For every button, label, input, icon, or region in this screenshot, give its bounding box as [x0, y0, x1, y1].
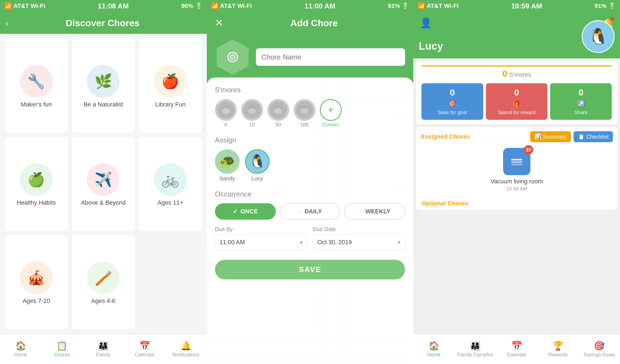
nav-family-campfire[interactable]: 👨‍👩‍👧 Family Campfire — [455, 341, 496, 358]
checklist-tab-button[interactable]: 📋 Checklist — [574, 131, 613, 142]
smores-custom-button[interactable]: + Custom — [320, 99, 342, 128]
chore-icon-healthy: 🍏 — [20, 163, 53, 196]
chore-label-ages4-6: Ages 4-6 — [91, 297, 115, 305]
assigned-chores-title: Assigned Chores — [420, 133, 527, 140]
smores-option-50[interactable]: 50 — [267, 99, 289, 128]
chore-item-time: 10:58 AM — [506, 186, 527, 192]
occurrence-once-button[interactable]: ✓ ONCE — [215, 203, 276, 220]
weekly-check-icon: ○ — [359, 208, 362, 215]
occurrence-section-title: Occurrence — [215, 190, 405, 198]
chore-icon-ages4-6: 🪥 — [87, 261, 120, 294]
occurrence-section: Occurrence ✓ ONCE ○ DAILY ○ WEEKLY — [215, 190, 405, 220]
discover-chores-header: ‹ Discover Chores — [0, 12, 207, 34]
summary-tab-button[interactable]: 📊 Summary — [530, 131, 571, 142]
svg-point-0 — [228, 52, 238, 62]
nav-family-1[interactable]: 👨‍👩‍👧 Family — [83, 341, 124, 358]
status-time-3: 10:59 AM — [511, 2, 542, 10]
chore-card-ages7-10[interactable]: 🎪 Ages 7-10 — [4, 235, 68, 330]
occurrence-weekly-button[interactable]: ○ WEEKLY — [344, 203, 405, 220]
svg-rect-2 — [230, 55, 232, 56]
calendar-icon: 📅 — [139, 341, 150, 351]
profile-body: 0 S'mores 0 🎯 Save for goal 0 🎁 Spend fo… — [413, 58, 620, 334]
smores-option-100[interactable]: 100 — [294, 99, 315, 128]
savings-goals-icon: 🎯 — [594, 341, 605, 351]
back-button[interactable]: ‹ — [5, 18, 8, 28]
nav-calendar-3[interactable]: 📅 Calendar — [496, 341, 537, 358]
spend-for-reward-button[interactable]: 0 🎁 Spend for reward — [486, 83, 548, 120]
nav-notifications-1[interactable]: 🔔 Notifications — [165, 341, 206, 358]
smores-value: 0 — [502, 69, 507, 79]
lucy-label: Lucy — [252, 175, 263, 182]
status-battery-2: 91% 🔋 — [388, 2, 409, 10]
spend-reward-label: Spend for reward — [498, 110, 536, 115]
add-chore-body: S'mores 0 — [207, 77, 414, 364]
due-date-col: Due Date Oct 30, 2019 ▾ — [313, 226, 405, 250]
svg-rect-17 — [511, 164, 522, 165]
nav-savings-label: Savings Goals — [583, 352, 615, 358]
nav-rewards[interactable]: 🏆 Rewards — [537, 341, 578, 358]
family-icon: 👨‍👩‍👧 — [98, 341, 109, 351]
nav-savings-goals[interactable]: 🎯 Savings Goals — [579, 341, 620, 358]
chore-card-ages4-6[interactable]: 🪥 Ages 4-6 — [72, 235, 135, 330]
status-carrier-3: 📶 AT&T Wi-Fi — [418, 2, 459, 10]
chore-card-makers-fun[interactable]: 🔧 Maker's fun — [4, 38, 68, 133]
save-for-goal-button[interactable]: 0 🎯 Save for goal — [421, 83, 483, 120]
chore-card-library[interactable]: 🍎 Library Fun — [138, 38, 202, 133]
smores-unit: S'mores — [509, 71, 531, 78]
assign-section-title: Assign — [215, 136, 405, 144]
nav-home-3[interactable]: 🏠 Home — [413, 341, 454, 358]
occurrence-buttons: ✓ ONCE ○ DAILY ○ WEEKLY — [215, 203, 405, 220]
assign-sandy[interactable]: 🐢 Sandy — [215, 149, 240, 182]
nav-calendar-1[interactable]: 📅 Calendar — [124, 341, 165, 358]
svg-point-11 — [274, 108, 282, 114]
add-chore-header: ✕ Add Chore — [207, 12, 414, 34]
chore-icon-above-beyond: ✈️ — [87, 163, 120, 196]
chore-card-naturalist[interactable]: 🌿 Be a Naturalist — [72, 38, 135, 133]
smores-options-row: 0 10 — [215, 99, 405, 128]
nav-calendar-label: Calendar — [135, 352, 155, 358]
smores-balance-card: 0 S'mores 0 🎯 Save for goal 0 🎁 Spend fo… — [416, 61, 617, 124]
occurrence-daily-button[interactable]: ○ DAILY — [280, 203, 341, 220]
chevron-down-icon: ▾ — [300, 239, 303, 246]
chore-photo-area — [207, 34, 414, 83]
chore-card-healthy[interactable]: 🍏 Healthy Habits — [4, 136, 68, 231]
photo-upload-button[interactable] — [215, 39, 250, 75]
save-goal-icon: 🎯 — [448, 100, 456, 108]
chore-name-input[interactable] — [256, 48, 405, 66]
status-bar-2: 📶 AT&T Wi-Fi 11:00 AM 91% 🔋 — [207, 0, 414, 12]
nav-notifications-label: Notifications — [173, 352, 199, 358]
assign-lucy[interactable]: 🐧 Lucy — [245, 149, 270, 182]
share-button[interactable]: 0 ↗️ Share — [550, 83, 612, 120]
smores-option-0[interactable]: 0 — [215, 99, 237, 128]
profile-switch-button[interactable]: 👤 — [420, 17, 432, 29]
chore-card-above-beyond[interactable]: ✈️ Above & Beyond — [72, 136, 135, 231]
status-bar-3: 📶 AT&T Wi-Fi 10:59 AM 91% 🔋 — [413, 0, 620, 12]
assigned-chores-card: Assigned Chores 📊 Summary 📋 Checklist — [416, 127, 617, 210]
save-button[interactable]: SAVE — [215, 260, 405, 279]
close-button[interactable]: ✕ — [215, 17, 223, 29]
due-date-select[interactable]: Oct 30, 2019 ▾ — [313, 235, 405, 250]
page-title: Discover Chores — [13, 18, 201, 28]
nav-home-1[interactable]: 🏠 Home — [0, 341, 41, 358]
svg-rect-15 — [511, 159, 522, 160]
nav-chores-1[interactable]: 📋 Chores — [41, 341, 82, 358]
chores-icon: 📋 — [57, 341, 67, 351]
chore-item-name: Vacuum living room — [491, 178, 543, 185]
family-campfire-icon: 👨‍👩‍👧 — [470, 341, 481, 351]
svg-point-5 — [222, 108, 230, 114]
chore-label-ages11: Ages 11+ — [158, 199, 183, 206]
chore-card-ages11[interactable]: 🚲 Ages 11+ — [138, 136, 202, 231]
custom-label: Custom — [322, 122, 339, 128]
nav-chores-label: Chores — [54, 352, 70, 358]
smores-count-display: 0 S'mores — [421, 69, 612, 79]
due-by-select[interactable]: 11:00 AM ▾ — [215, 235, 307, 250]
due-row: Due By 11:00 AM ▾ Due Date Oct 30, 2019 … — [215, 226, 405, 250]
chore-item-vacuum[interactable]: 10 Vacuum living room 10:58 AM — [416, 142, 617, 197]
lucy-avatar: 🐧 — [245, 149, 270, 174]
nav-rewards-label: Rewards — [548, 352, 568, 358]
bottom-nav-3: 🏠 Home 👨‍👩‍👧 Family Campfire 📅 Calendar … — [413, 334, 620, 364]
chart-icon: 📊 — [535, 133, 541, 140]
user-avatar: 🐧 — [582, 20, 615, 53]
smores-option-10[interactable]: 10 — [241, 99, 263, 128]
smores-section-title: S'mores — [215, 86, 405, 94]
